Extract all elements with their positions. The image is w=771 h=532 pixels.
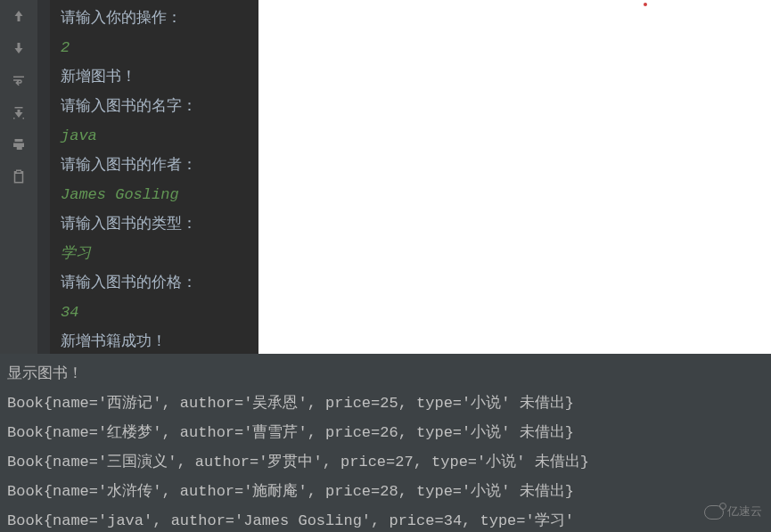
console-output: 请输入你的操作： 2 新增图书！ 请输入图书的名字： java 请输入图书的作者… [50, 0, 258, 354]
output-line: Book{name='西游记', author='吴承恩', price=25,… [7, 389, 764, 418]
prompt-line: 请输入图书的类型： [61, 209, 248, 239]
scroll-end-icon[interactable] [8, 102, 29, 123]
output-line: Book{name='三国演义', author='罗贯中', price=27… [7, 447, 764, 477]
prompt-line: 请输入你的操作： [61, 4, 248, 33]
prompt-line: 新增书籍成功！ [61, 327, 248, 354]
user-input-line: James Gosling [61, 180, 248, 209]
clipboard-icon[interactable] [8, 166, 29, 187]
user-input-line: 2 [61, 33, 248, 62]
prompt-line: 请输入图书的名字： [61, 92, 248, 121]
arrow-up-icon[interactable] [8, 5, 29, 27]
user-input-line: 学习 [61, 239, 248, 268]
prompt-line: 请输入图书的价格： [61, 268, 248, 298]
output-panel: 显示图书！ Book{name='西游记', author='吴承恩', pri… [0, 354, 771, 532]
arrow-down-icon[interactable] [8, 37, 29, 59]
wrap-icon[interactable] [8, 70, 29, 91]
prompt-line: 新增图书！ [61, 62, 248, 92]
prompt-line: 请输入图书的作者： [61, 151, 248, 180]
console-toolbar [0, 0, 37, 354]
output-line: Book{name='水浒传', author='施耐庵', price=28,… [7, 477, 764, 506]
watermark: 亿速云 [704, 497, 762, 527]
output-line: Book{name='java', author='James Gosling'… [7, 506, 764, 532]
user-input-line: java [61, 121, 248, 151]
watermark-text: 亿速云 [727, 497, 762, 527]
user-input-line: 34 [61, 298, 248, 327]
output-line: Book{name='红楼梦', author='曹雪芹', price=26,… [7, 418, 764, 447]
output-header: 显示图书！ [7, 359, 764, 389]
gutter [37, 0, 50, 354]
red-dot-marker [644, 3, 647, 6]
watermark-logo-icon [704, 505, 724, 520]
print-icon[interactable] [8, 134, 29, 155]
blank-area [258, 0, 771, 354]
